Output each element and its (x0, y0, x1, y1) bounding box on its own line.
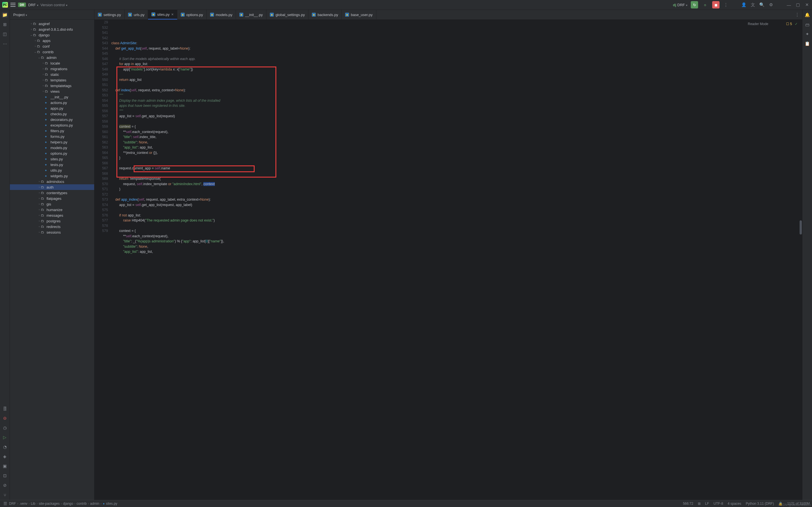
tree-item[interactable]: ›🗀static (10, 71, 94, 77)
project-selector[interactable]: DRF (28, 3, 38, 7)
tree-item[interactable]: ●models.py (10, 145, 94, 151)
os-indicator[interactable]: ⊞ (698, 502, 701, 506)
main-menu-button[interactable] (10, 2, 16, 8)
tree-item[interactable]: ›🗀views (10, 89, 94, 94)
tree-item[interactable]: ›🗀postgres (10, 218, 94, 224)
tree-chevron-icon[interactable]: › (38, 203, 41, 206)
tree-item[interactable]: ›🗀messages (10, 213, 94, 218)
tree-chevron-icon[interactable]: › (38, 225, 41, 228)
tree-item[interactable]: ›🗀gis (10, 201, 94, 207)
tree-chevron-icon[interactable]: ⌄ (38, 56, 41, 59)
tabs-more-icon[interactable]: ⋮ (794, 12, 800, 17)
line-separator[interactable]: LF (705, 502, 709, 506)
tree-item[interactable]: ●options.py (10, 151, 94, 156)
tree-item[interactable]: ›🗀humanize (10, 207, 94, 213)
breadcrumb-item[interactable]: Lib (31, 502, 35, 506)
tree-chevron-icon[interactable]: › (38, 231, 41, 234)
navbar-icon[interactable]: ☰ (2, 501, 8, 506)
tree-item[interactable]: ●apps.py (10, 105, 94, 111)
tree-chevron-icon[interactable]: › (30, 22, 33, 25)
tab-close-button[interactable]: × (171, 12, 174, 17)
documentation-icon[interactable]: 📋 (804, 41, 810, 47)
tree-chevron-icon[interactable]: › (38, 197, 41, 200)
breadcrumbs[interactable]: ☰ DRF › .venv › Lib › site-packages › dj… (2, 501, 117, 506)
editor-scrollbar[interactable] (799, 20, 802, 500)
tree-item[interactable]: ●filters.py (10, 128, 94, 133)
editor-tab[interactable]: ◆settings.py (95, 10, 125, 19)
stop-button[interactable]: ◼ (712, 1, 719, 8)
run-tool-icon[interactable]: ▷ (2, 435, 8, 440)
tree-chevron-icon[interactable]: › (34, 39, 37, 42)
pycharm-icon[interactable]: PC (2, 2, 8, 8)
tree-chevron-icon[interactable]: › (42, 84, 45, 87)
tree-item[interactable]: ›🗀redirects (10, 224, 94, 229)
run-config-selector[interactable]: dj DRF (673, 3, 687, 7)
editor-tab[interactable]: ◆urls.py (125, 10, 148, 19)
tree-item[interactable]: ●decorators.py (10, 117, 94, 122)
maximize-button[interactable]: ▢ (795, 2, 801, 8)
debug-button[interactable]: ⌾ (701, 1, 709, 8)
editor-tab[interactable]: ◆base_user.py (342, 10, 376, 19)
tree-item[interactable]: ●widgets.py (10, 173, 94, 179)
tree-item[interactable]: ●utils.py (10, 167, 94, 173)
tree-item[interactable]: ›🗀sessions (10, 229, 94, 235)
minimize-button[interactable]: — (786, 2, 792, 8)
tree-chevron-icon[interactable]: › (30, 28, 33, 31)
tree-chevron-icon[interactable]: ⌄ (30, 34, 33, 36)
tree-chevron-icon[interactable]: › (42, 62, 45, 64)
tree-chevron-icon[interactable]: › (38, 180, 41, 183)
project-tool-icon[interactable]: 📁 (2, 12, 8, 18)
tree-item[interactable]: ⌄🗀django (10, 32, 94, 38)
tree-item[interactable]: ●checks.py (10, 111, 94, 117)
tree-item[interactable]: ⌄🗀admin (10, 55, 94, 60)
terminal-tool-icon[interactable]: ▣ (2, 463, 8, 469)
editor-tab[interactable]: ◆sites.py× (148, 10, 177, 19)
rerun-button[interactable]: ↻ (691, 1, 698, 8)
editor-tab[interactable]: ◆models.py (207, 10, 236, 19)
search-icon[interactable]: 🔍 (759, 2, 765, 8)
database-tool-icon[interactable]: 🗄 (2, 406, 8, 411)
tree-item[interactable]: ●tests.py (10, 162, 94, 167)
packages-tool-icon[interactable]: ◈ (2, 454, 8, 459)
tree-item[interactable]: ›🗀flatpages (10, 195, 94, 201)
editor-tab[interactable]: ◆backends.py (309, 10, 342, 19)
indent-setting[interactable]: 4 spaces (728, 502, 741, 506)
tree-chevron-icon[interactable]: › (42, 78, 45, 81)
database-icon[interactable]: 🗃 (804, 22, 810, 27)
tree-item[interactable]: ›🗀asgiref (10, 21, 94, 26)
services-tool-icon[interactable]: ◷ (2, 425, 8, 431)
tree-chevron-icon[interactable]: › (38, 191, 41, 194)
scrollbar-thumb[interactable] (800, 220, 802, 234)
tree-chevron-icon[interactable]: › (38, 214, 41, 217)
breadcrumb-item[interactable]: contrib (76, 502, 87, 506)
endpoints-tool-icon[interactable]: ⊡ (2, 473, 8, 478)
vcs-selector[interactable]: Version control (41, 3, 67, 7)
tree-item[interactable]: ●actions.py (10, 100, 94, 105)
code-area[interactable]: Reader Mode ☐ 5 ✓ class AdminSite: def g… (111, 20, 802, 500)
tree-chevron-icon[interactable]: › (34, 45, 37, 48)
cursor-position[interactable]: 566:72 (683, 502, 693, 506)
project-badge[interactable]: DR (18, 3, 26, 7)
tree-chevron-icon[interactable]: ⌄ (34, 50, 37, 53)
tree-item[interactable]: ›🗀templates (10, 77, 94, 83)
inspections-widget[interactable]: ☐ 5 ✓ (786, 21, 798, 27)
python-console-icon[interactable]: ◔ (2, 444, 8, 450)
code-with-me-icon[interactable]: 👤 (741, 2, 747, 8)
more-actions-button[interactable]: ⋮ (723, 2, 728, 8)
tree-chevron-icon[interactable]: › (38, 208, 41, 211)
breadcrumb-item[interactable]: site-packages (39, 502, 59, 506)
reader-mode-label[interactable]: Reader Mode (748, 21, 768, 27)
status-tool-icon[interactable]: ⊝ (2, 415, 8, 421)
editor-tab[interactable]: ◆global_settings.py (266, 10, 309, 19)
editor-tab[interactable]: ◆__init__.py (236, 10, 266, 19)
notifications-icon[interactable]: 🔔 (804, 12, 810, 18)
tree-chevron-icon[interactable]: › (42, 67, 45, 70)
tree-chevron-icon[interactable]: › (42, 90, 45, 93)
tree-chevron-icon[interactable]: › (38, 186, 41, 188)
close-button[interactable]: ✕ (804, 2, 810, 8)
interpreter[interactable]: Python 3.11 (DRF) (746, 502, 774, 506)
translate-icon[interactable]: 文 (750, 2, 756, 8)
tree-item[interactable]: ●helpers.py (10, 139, 94, 145)
tree-chevron-icon[interactable]: › (38, 220, 41, 222)
tree-item[interactable]: ›🗀apps (10, 38, 94, 43)
